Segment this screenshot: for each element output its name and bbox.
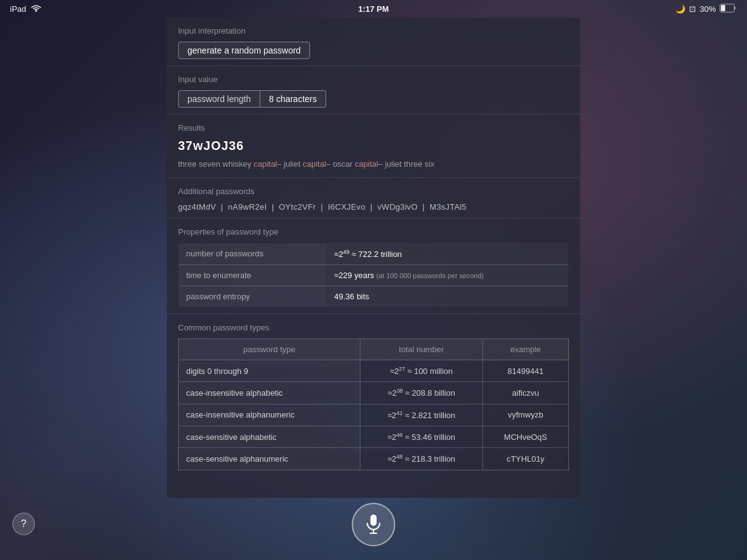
status-right: 🌙 ⊡ 30% (675, 4, 737, 14)
phonetic-word-5: capital– (303, 159, 332, 169)
help-label: ? (21, 518, 27, 530)
table-header-row: password type total number example (179, 339, 569, 360)
table-row: case-sensitive alphabetic ≈246 ≈ 53.46 t… (179, 426, 569, 448)
svg-rect-2 (721, 5, 725, 11)
battery-icon (720, 4, 737, 14)
table-row: password entropy 49.36 bits (179, 286, 569, 307)
phonetic-word-7: capital– (355, 159, 385, 169)
phonetic-word-6: oscar (333, 159, 355, 169)
phonetic-word-0: three (178, 159, 199, 169)
battery-percent: 30% (700, 4, 716, 14)
example-4: cTYHL01y (482, 448, 568, 470)
phonetic-word-2: whiskey (223, 159, 254, 169)
phonetic-line: three seven whiskey capital– juliet capi… (178, 158, 569, 171)
moon-icon: 🌙 (675, 4, 685, 14)
additional-passwords-label: Additional passwords (178, 187, 569, 196)
common-types-section: Common password types password type tota… (167, 314, 580, 477)
type-3: case-sensitive alphabetic (179, 426, 360, 448)
input-value-label: Input value (178, 75, 569, 84)
input-interpretation-label: Input interpretation (178, 26, 569, 35)
phonetic-word-1: seven (199, 159, 222, 169)
prop-key-2: password entropy (179, 286, 327, 307)
table-row: number of passwords ≈249 ≈ 722.2 trillio… (179, 243, 569, 264)
total-3: ≈246 ≈ 53.46 trillion (360, 426, 482, 448)
properties-label: Properties of password type (178, 227, 569, 236)
prop-key-1: time to enumerate (179, 265, 327, 286)
prop-val-1: ≈229 years (at 100 000 passwords per sec… (327, 265, 569, 286)
svg-rect-3 (370, 515, 377, 526)
total-2: ≈241 ≈ 2.821 trillion (360, 404, 482, 426)
properties-section: Properties of password type number of pa… (167, 218, 580, 314)
svg-point-0 (35, 10, 37, 11)
col-header-total: total number (360, 339, 482, 360)
prop-key-0: number of passwords (179, 243, 327, 264)
common-types-label: Common password types (178, 323, 569, 332)
col-header-example: example (482, 339, 568, 360)
table-row: digits 0 through 9 ≈227 ≈ 100 million 81… (179, 360, 569, 382)
common-types-table: password type total number example digit… (178, 338, 569, 470)
phonetic-word-8: juliet (385, 159, 403, 169)
main-password: 37wJOJ36 (178, 139, 569, 153)
example-2: vyfmwyzb (482, 404, 568, 426)
time-display: 1:17 PM (358, 4, 388, 14)
help-button[interactable]: ? (12, 513, 35, 535)
input-value-section: Input value password length 8 characters (167, 66, 580, 114)
example-0: 81499441 (482, 360, 568, 382)
input-interpretation-value: generate a random password (178, 42, 310, 59)
additional-passwords-section: Additional passwords gqz4tMdV | nA9wR2eI… (167, 178, 580, 218)
input-interpretation-section: Input interpretation generate a random p… (167, 17, 580, 66)
prop-val-2: 49.36 bits (327, 286, 569, 307)
properties-table: number of passwords ≈249 ≈ 722.2 trillio… (178, 243, 569, 307)
type-4: case-sensitive alphanumeric (179, 448, 360, 470)
table-row: case-sensitive alphanumeric ≈248 ≈ 218.3… (179, 448, 569, 470)
table-row: case-insensitive alphabetic ≈238 ≈ 208.8… (179, 382, 569, 404)
input-value-pills: password length 8 characters (178, 90, 569, 108)
microphone-button[interactable] (352, 503, 395, 546)
phonetic-word-9: three (404, 159, 425, 169)
table-row: time to enumerate ≈229 years (at 100 000… (179, 265, 569, 286)
results-section: Results 37wJOJ36 three seven whiskey cap… (167, 114, 580, 178)
status-bar: iPad 1:17 PM 🌙 ⊡ 30% (0, 0, 747, 17)
pill-key: password length (178, 90, 260, 108)
device-label: iPad (10, 4, 26, 14)
mic-icon (365, 515, 382, 534)
screen-rotation-icon: ⊡ (689, 4, 696, 14)
type-0: digits 0 through 9 (179, 360, 360, 382)
type-2: case-insensitive alphanumeric (179, 404, 360, 426)
result-card: Input interpretation generate a random p… (167, 17, 580, 498)
phonetic-word-3: capital– (253, 159, 283, 169)
additional-passwords-list: gqz4tMdV | nA9wR2eI | OYtc2VFr | I6CXJEv… (178, 202, 569, 212)
total-4: ≈248 ≈ 218.3 trillion (360, 448, 482, 470)
total-1: ≈238 ≈ 208.8 billion (360, 382, 482, 404)
total-0: ≈227 ≈ 100 million (360, 360, 482, 382)
col-header-type: password type (179, 339, 360, 360)
results-label: Results (178, 123, 569, 133)
example-3: MCHveOqS (482, 426, 568, 448)
status-left: iPad (10, 4, 41, 14)
pill-value: 8 characters (260, 90, 326, 108)
example-1: aificzvu (482, 382, 568, 404)
phonetic-word-10: six (425, 159, 435, 169)
prop-val-0: ≈249 ≈ 722.2 trillion (327, 243, 569, 264)
phonetic-word-4: juliet (284, 159, 303, 169)
table-row: case-insensitive alphanumeric ≈241 ≈ 2.8… (179, 404, 569, 426)
type-1: case-insensitive alphabetic (179, 382, 360, 404)
wifi-icon (31, 4, 41, 14)
